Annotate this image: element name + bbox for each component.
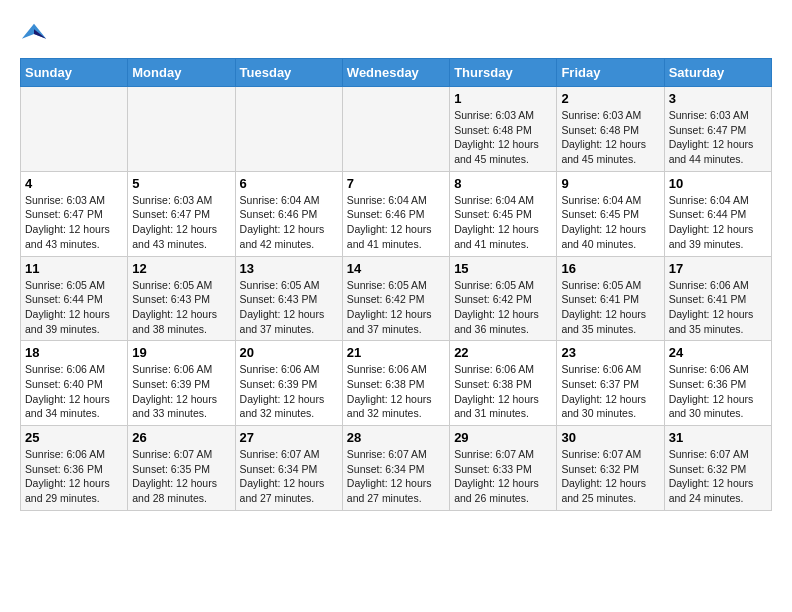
day-info: Sunrise: 6:03 AM Sunset: 6:48 PM Dayligh… (454, 108, 552, 167)
day-number: 28 (347, 430, 445, 445)
day-number: 8 (454, 176, 552, 191)
calendar-cell: 3Sunrise: 6:03 AM Sunset: 6:47 PM Daylig… (664, 87, 771, 172)
calendar-cell: 12Sunrise: 6:05 AM Sunset: 6:43 PM Dayli… (128, 256, 235, 341)
calendar-cell: 15Sunrise: 6:05 AM Sunset: 6:42 PM Dayli… (450, 256, 557, 341)
calendar-cell (235, 87, 342, 172)
calendar-cell: 23Sunrise: 6:06 AM Sunset: 6:37 PM Dayli… (557, 341, 664, 426)
day-number: 9 (561, 176, 659, 191)
day-number: 14 (347, 261, 445, 276)
calendar-cell: 14Sunrise: 6:05 AM Sunset: 6:42 PM Dayli… (342, 256, 449, 341)
day-info: Sunrise: 6:06 AM Sunset: 6:38 PM Dayligh… (454, 362, 552, 421)
day-number: 15 (454, 261, 552, 276)
header-day-tuesday: Tuesday (235, 59, 342, 87)
header-day-monday: Monday (128, 59, 235, 87)
page-header (20, 20, 772, 48)
calendar-week-5: 25Sunrise: 6:06 AM Sunset: 6:36 PM Dayli… (21, 426, 772, 511)
day-number: 24 (669, 345, 767, 360)
calendar-cell: 27Sunrise: 6:07 AM Sunset: 6:34 PM Dayli… (235, 426, 342, 511)
calendar-cell: 4Sunrise: 6:03 AM Sunset: 6:47 PM Daylig… (21, 171, 128, 256)
day-number: 30 (561, 430, 659, 445)
calendar-cell: 29Sunrise: 6:07 AM Sunset: 6:33 PM Dayli… (450, 426, 557, 511)
day-info: Sunrise: 6:03 AM Sunset: 6:47 PM Dayligh… (669, 108, 767, 167)
day-info: Sunrise: 6:07 AM Sunset: 6:34 PM Dayligh… (347, 447, 445, 506)
calendar-cell: 8Sunrise: 6:04 AM Sunset: 6:45 PM Daylig… (450, 171, 557, 256)
header-day-thursday: Thursday (450, 59, 557, 87)
calendar-cell (21, 87, 128, 172)
calendar-week-3: 11Sunrise: 6:05 AM Sunset: 6:44 PM Dayli… (21, 256, 772, 341)
day-number: 1 (454, 91, 552, 106)
calendar-week-4: 18Sunrise: 6:06 AM Sunset: 6:40 PM Dayli… (21, 341, 772, 426)
day-info: Sunrise: 6:03 AM Sunset: 6:48 PM Dayligh… (561, 108, 659, 167)
day-number: 4 (25, 176, 123, 191)
day-info: Sunrise: 6:07 AM Sunset: 6:32 PM Dayligh… (561, 447, 659, 506)
day-info: Sunrise: 6:06 AM Sunset: 6:39 PM Dayligh… (240, 362, 338, 421)
calendar-header: SundayMondayTuesdayWednesdayThursdayFrid… (21, 59, 772, 87)
calendar-cell: 13Sunrise: 6:05 AM Sunset: 6:43 PM Dayli… (235, 256, 342, 341)
day-info: Sunrise: 6:07 AM Sunset: 6:34 PM Dayligh… (240, 447, 338, 506)
calendar-cell: 2Sunrise: 6:03 AM Sunset: 6:48 PM Daylig… (557, 87, 664, 172)
day-number: 10 (669, 176, 767, 191)
day-info: Sunrise: 6:07 AM Sunset: 6:33 PM Dayligh… (454, 447, 552, 506)
day-info: Sunrise: 6:04 AM Sunset: 6:46 PM Dayligh… (240, 193, 338, 252)
day-number: 26 (132, 430, 230, 445)
day-info: Sunrise: 6:04 AM Sunset: 6:44 PM Dayligh… (669, 193, 767, 252)
calendar-week-2: 4Sunrise: 6:03 AM Sunset: 6:47 PM Daylig… (21, 171, 772, 256)
calendar-cell: 30Sunrise: 6:07 AM Sunset: 6:32 PM Dayli… (557, 426, 664, 511)
calendar-cell: 9Sunrise: 6:04 AM Sunset: 6:45 PM Daylig… (557, 171, 664, 256)
day-info: Sunrise: 6:07 AM Sunset: 6:32 PM Dayligh… (669, 447, 767, 506)
day-info: Sunrise: 6:06 AM Sunset: 6:41 PM Dayligh… (669, 278, 767, 337)
day-number: 2 (561, 91, 659, 106)
day-info: Sunrise: 6:04 AM Sunset: 6:45 PM Dayligh… (561, 193, 659, 252)
day-info: Sunrise: 6:05 AM Sunset: 6:44 PM Dayligh… (25, 278, 123, 337)
day-number: 7 (347, 176, 445, 191)
day-info: Sunrise: 6:06 AM Sunset: 6:39 PM Dayligh… (132, 362, 230, 421)
day-info: Sunrise: 6:05 AM Sunset: 6:42 PM Dayligh… (347, 278, 445, 337)
header-day-friday: Friday (557, 59, 664, 87)
calendar-week-1: 1Sunrise: 6:03 AM Sunset: 6:48 PM Daylig… (21, 87, 772, 172)
day-number: 17 (669, 261, 767, 276)
calendar-cell (128, 87, 235, 172)
header-row: SundayMondayTuesdayWednesdayThursdayFrid… (21, 59, 772, 87)
calendar-cell (342, 87, 449, 172)
day-info: Sunrise: 6:05 AM Sunset: 6:43 PM Dayligh… (240, 278, 338, 337)
day-number: 11 (25, 261, 123, 276)
day-number: 25 (25, 430, 123, 445)
day-number: 31 (669, 430, 767, 445)
calendar-cell: 1Sunrise: 6:03 AM Sunset: 6:48 PM Daylig… (450, 87, 557, 172)
calendar-cell: 16Sunrise: 6:05 AM Sunset: 6:41 PM Dayli… (557, 256, 664, 341)
header-day-wednesday: Wednesday (342, 59, 449, 87)
day-number: 5 (132, 176, 230, 191)
calendar-body: 1Sunrise: 6:03 AM Sunset: 6:48 PM Daylig… (21, 87, 772, 511)
day-info: Sunrise: 6:04 AM Sunset: 6:46 PM Dayligh… (347, 193, 445, 252)
calendar-cell: 20Sunrise: 6:06 AM Sunset: 6:39 PM Dayli… (235, 341, 342, 426)
calendar-cell: 19Sunrise: 6:06 AM Sunset: 6:39 PM Dayli… (128, 341, 235, 426)
header-day-saturday: Saturday (664, 59, 771, 87)
day-number: 16 (561, 261, 659, 276)
day-number: 27 (240, 430, 338, 445)
day-info: Sunrise: 6:03 AM Sunset: 6:47 PM Dayligh… (25, 193, 123, 252)
header-day-sunday: Sunday (21, 59, 128, 87)
day-info: Sunrise: 6:05 AM Sunset: 6:41 PM Dayligh… (561, 278, 659, 337)
logo-icon (20, 20, 48, 48)
day-info: Sunrise: 6:04 AM Sunset: 6:45 PM Dayligh… (454, 193, 552, 252)
day-info: Sunrise: 6:05 AM Sunset: 6:42 PM Dayligh… (454, 278, 552, 337)
day-number: 19 (132, 345, 230, 360)
calendar-cell: 22Sunrise: 6:06 AM Sunset: 6:38 PM Dayli… (450, 341, 557, 426)
calendar-cell: 21Sunrise: 6:06 AM Sunset: 6:38 PM Dayli… (342, 341, 449, 426)
calendar-cell: 11Sunrise: 6:05 AM Sunset: 6:44 PM Dayli… (21, 256, 128, 341)
calendar-cell: 24Sunrise: 6:06 AM Sunset: 6:36 PM Dayli… (664, 341, 771, 426)
calendar-cell: 31Sunrise: 6:07 AM Sunset: 6:32 PM Dayli… (664, 426, 771, 511)
calendar-table: SundayMondayTuesdayWednesdayThursdayFrid… (20, 58, 772, 511)
day-info: Sunrise: 6:06 AM Sunset: 6:38 PM Dayligh… (347, 362, 445, 421)
day-info: Sunrise: 6:06 AM Sunset: 6:40 PM Dayligh… (25, 362, 123, 421)
calendar-cell: 17Sunrise: 6:06 AM Sunset: 6:41 PM Dayli… (664, 256, 771, 341)
day-number: 13 (240, 261, 338, 276)
day-info: Sunrise: 6:06 AM Sunset: 6:37 PM Dayligh… (561, 362, 659, 421)
day-number: 18 (25, 345, 123, 360)
calendar-cell: 5Sunrise: 6:03 AM Sunset: 6:47 PM Daylig… (128, 171, 235, 256)
day-number: 20 (240, 345, 338, 360)
calendar-cell: 26Sunrise: 6:07 AM Sunset: 6:35 PM Dayli… (128, 426, 235, 511)
day-number: 29 (454, 430, 552, 445)
calendar-cell: 7Sunrise: 6:04 AM Sunset: 6:46 PM Daylig… (342, 171, 449, 256)
calendar-cell: 25Sunrise: 6:06 AM Sunset: 6:36 PM Dayli… (21, 426, 128, 511)
